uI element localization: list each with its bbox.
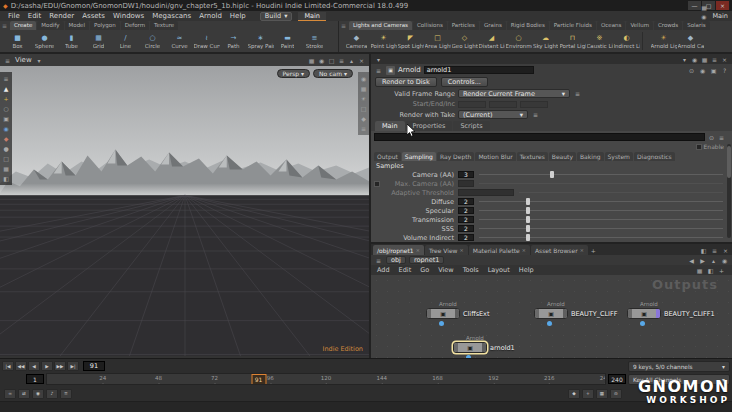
pane-tab[interactable]: Tree View × <box>425 245 468 255</box>
network-canvas[interactable]: Outputs Arnold ▣ CliffsExt <box>371 275 732 358</box>
expression-icon[interactable]: ⊙ <box>707 133 716 142</box>
pane-tab[interactable]: Material Palette × <box>469 245 530 255</box>
menu-item[interactable]: Megascans <box>148 12 195 20</box>
shelf-menu-icon[interactable]: ≡ <box>341 22 346 29</box>
subtab[interactable]: Beauty <box>549 152 576 161</box>
param-slider[interactable] <box>479 207 723 214</box>
field-menu-icon[interactable]: ≡ <box>717 133 726 142</box>
shelf-tab[interactable]: Particle Fluids <box>550 21 596 30</box>
gear-icon[interactable]: ⊙ <box>687 66 696 75</box>
shelf-tab[interactable]: Oceans <box>597 21 625 30</box>
node-output-connector[interactable] <box>547 321 552 326</box>
shelf-tool[interactable]: ⊓ Portal Light <box>559 33 586 49</box>
snap-grid-icon[interactable]: ▦ <box>695 266 704 275</box>
shelf-tab[interactable]: Model <box>65 21 90 30</box>
shelf-tab[interactable]: Modify <box>37 21 63 30</box>
menu-item[interactable]: Edit <box>24 12 46 20</box>
shelf-tool[interactable]: ☁ Sky Light <box>532 33 559 49</box>
shelf-tool[interactable]: ≈ Curve <box>166 33 193 49</box>
subtab[interactable]: System <box>605 152 633 161</box>
snap-icon[interactable]: ▦ <box>307 56 316 65</box>
network-menu-item[interactable]: Help <box>519 266 534 274</box>
network-node[interactable]: Arnold ▣ BEAUTY_CLIFF1 <box>627 301 715 326</box>
folder-tab[interactable]: Properties <box>406 121 453 131</box>
play-button[interactable]: ▶ <box>41 361 53 371</box>
param-slider[interactable] <box>519 189 723 196</box>
folder-tab[interactable]: Scripts <box>453 121 489 131</box>
keys-info-dropdown[interactable]: 9 keys, 5/0 channels ▾ <box>628 361 730 372</box>
param-slider-handle[interactable] <box>526 225 530 232</box>
menu-item[interactable]: File <box>4 12 24 20</box>
pane-tab-menu-icon[interactable]: ≡ <box>3 56 12 65</box>
shelf-tool[interactable]: ◐ Indirect Light <box>613 33 640 49</box>
shelf-tool[interactable]: ☀ Point Light <box>370 33 397 49</box>
pane-tab[interactable]: Asset Browser × <box>531 245 588 255</box>
viewport-layout-icon[interactable]: ◧ <box>2 174 11 183</box>
desktop-tab-main[interactable]: Main <box>298 12 326 21</box>
display-options-icon[interactable]: □ <box>327 56 336 65</box>
close-pane-icon[interactable]: × <box>357 56 366 65</box>
subtab[interactable]: Ray Depth <box>437 152 474 161</box>
shelf-tool[interactable]: ◆ Camera <box>343 33 370 49</box>
shelf-tab[interactable]: Vellum <box>626 21 653 30</box>
grid-toggle-icon[interactable]: ▦ <box>2 164 11 173</box>
lighting-icon[interactable]: ☀ <box>359 94 368 103</box>
loop-mode-icon[interactable]: ∞ <box>4 389 16 399</box>
param-value-field[interactable]: 2 <box>458 207 474 214</box>
end-field[interactable] <box>489 101 517 108</box>
camera-view-icon[interactable]: ◆ <box>359 114 368 123</box>
menu-item[interactable]: Render <box>45 12 78 20</box>
previous-keyframe-button[interactable]: ◀◀ <box>15 361 27 371</box>
menu-item[interactable]: Help <box>226 12 250 20</box>
param-slider-handle[interactable] <box>526 198 530 205</box>
range-end-field[interactable]: 240 <box>608 374 626 384</box>
shelf-tab[interactable]: Texture <box>150 21 178 30</box>
shelf-tool[interactable]: ● Sphere <box>31 33 58 49</box>
inc-field[interactable] <box>520 101 548 108</box>
play-reverse-button[interactable]: ◀ <box>28 361 40 371</box>
param-value-field[interactable]: 2 <box>458 198 474 205</box>
param-value-field[interactable]: 2 <box>458 225 474 232</box>
shelf-tool[interactable]: ◤ Spot Light <box>397 33 424 49</box>
node-render-flag[interactable] <box>656 309 660 318</box>
parameter-menu-icon[interactable]: ≡ <box>573 89 582 98</box>
network-node[interactable]: Arnold ▣ BEAUTY_CLIFF <box>534 301 618 326</box>
shelf-tool[interactable]: ○ Environment <box>505 33 532 49</box>
param-slider[interactable] <box>479 234 723 241</box>
pane-menu-icon[interactable]: ≡ <box>337 56 346 65</box>
subtab[interactable]: Baking <box>577 152 604 161</box>
param-value-field[interactable] <box>458 180 474 187</box>
shelf-tab[interactable]: Grains <box>480 21 506 30</box>
pane-menu-icon[interactable]: ≡ <box>710 246 719 255</box>
valid-frame-range-dropdown[interactable]: Render Current Frame ▾ <box>458 89 570 98</box>
node-body[interactable]: ▣ <box>426 308 460 319</box>
global-animation-options-icon[interactable]: ⊙ <box>610 389 622 399</box>
shelf-tool[interactable]: ■ Box <box>4 33 31 49</box>
node-render-flag[interactable] <box>482 343 486 352</box>
auto-key-icon[interactable]: ◆ <box>568 389 580 399</box>
param-value-field[interactable] <box>458 189 514 196</box>
network-menu-item[interactable]: Go <box>420 266 429 274</box>
range-start-field[interactable]: 1 <box>26 374 44 384</box>
parameter-menu-icon[interactable]: ≡ <box>531 110 540 119</box>
subtab[interactable]: Motion Blur <box>475 152 515 161</box>
shelf-tool[interactable]: ◇ Geo Light <box>451 33 478 49</box>
notifications-icon[interactable]: ◉ <box>699 12 708 21</box>
node-body[interactable]: ▣ <box>453 342 487 353</box>
menu-item[interactable]: Windows <box>109 12 148 20</box>
pose-tool-icon[interactable]: ◆ <box>2 134 11 143</box>
new-tab-button[interactable]: + <box>589 245 598 255</box>
close-tab-icon[interactable]: × <box>580 247 584 253</box>
shading-mode-icon[interactable]: ◉ <box>359 74 368 83</box>
construction-plane-icon[interactable]: □ <box>2 154 11 163</box>
shelf-tool[interactable]: ∕ Line <box>112 33 139 49</box>
param-slider[interactable] <box>479 180 723 187</box>
network-node[interactable]: Arnold ▣ arnold1 <box>453 335 515 358</box>
pane-split-icon[interactable]: ◧ <box>699 246 708 255</box>
camera-path-field[interactable] <box>374 133 705 141</box>
node-output-connector[interactable] <box>439 321 444 326</box>
shelf-tool[interactable]: ○ Circle <box>139 33 166 49</box>
scale-tool-icon[interactable]: ▣ <box>2 114 11 123</box>
shelf-tool[interactable]: ≡ Stroke <box>301 33 328 49</box>
select-tool-icon[interactable]: ▲ <box>2 84 11 93</box>
